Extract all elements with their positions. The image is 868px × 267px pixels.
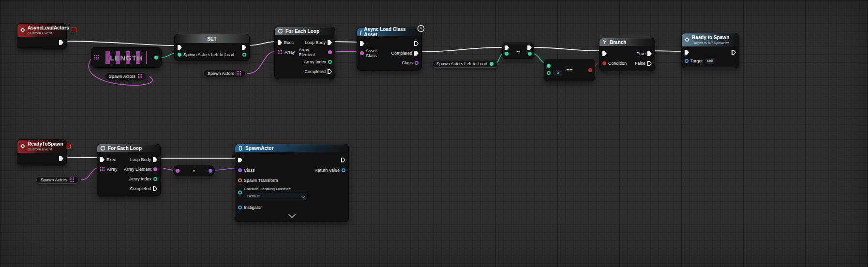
array-in-pin[interactable] (94, 55, 99, 60)
completed-out-pin[interactable] (153, 186, 157, 191)
delegate-pin[interactable] (72, 28, 76, 32)
conversion-dot-icon (193, 170, 195, 172)
array-out-pin[interactable] (138, 74, 143, 79)
node-equal-int[interactable]: == 0 (544, 59, 595, 81)
exec-in-pin[interactable] (238, 158, 242, 163)
collision-override-dropdown[interactable]: Default (244, 192, 308, 200)
exec-out-pin[interactable] (59, 156, 63, 161)
array-in-pin[interactable] (278, 50, 283, 55)
collision-override-in-pin[interactable] (238, 191, 242, 194)
node-title: Async Load Class Asset (364, 27, 419, 37)
node-async-load-class-asset[interactable]: f Async Load Class Asset Asset Class Com… (357, 28, 422, 71)
custom-event-icon (20, 28, 25, 32)
latent-clock-icon (417, 25, 425, 32)
node-set-spawn-actors-left[interactable]: SET Spawn Actors Left to Load (174, 34, 250, 61)
expand-node-chevron-icon[interactable] (288, 211, 296, 219)
wire-exec (333, 42, 358, 42)
object-in-pin[interactable] (176, 169, 180, 173)
node-foreach-loop-top[interactable]: For Each Loop Exec Loop Body Array Array… (274, 27, 335, 79)
variable-get-spawn-actors-left[interactable]: Spawn Actors Left to Load (432, 60, 498, 68)
int-in-pin-b[interactable] (547, 71, 551, 75)
node-ready-to-spawn-call[interactable]: Ready to Spawn Target is BP Spawner Targ… (681, 33, 739, 68)
pin-label: Exec (284, 40, 294, 45)
node-array-length[interactable]: LENGTH (91, 47, 162, 68)
exec-out-pin[interactable] (153, 157, 157, 162)
asset-class-in-pin[interactable] (360, 51, 364, 55)
index-out-pin[interactable] (328, 60, 332, 64)
pin-label: Array Element (299, 47, 326, 57)
node-header: SET (175, 34, 249, 43)
node-branch[interactable]: Branch True Condition False (599, 38, 655, 71)
int-out-pin[interactable] (528, 52, 532, 56)
condition-in-pin[interactable] (602, 61, 606, 65)
int-in-pin[interactable] (178, 53, 181, 57)
class-out-pin[interactable] (415, 61, 419, 65)
node-title: Branch (610, 40, 626, 45)
completed-out-pin[interactable] (414, 51, 419, 56)
int-out-pin[interactable] (154, 56, 158, 59)
element-out-pin[interactable] (153, 167, 157, 171)
true-out-pin[interactable] (647, 51, 652, 56)
wire-exec (63, 41, 175, 45)
false-out-pin[interactable] (647, 61, 652, 66)
exec-out-pin[interactable] (341, 158, 345, 163)
exec-in-pin[interactable] (178, 45, 182, 50)
node-ready-to-spawn-event[interactable]: ReadyToSpawn Custom Event (17, 139, 67, 165)
node-header: f Async Load Class Asset (357, 28, 421, 36)
exec-in-pin[interactable] (602, 51, 607, 56)
variable-get-spawn-actors[interactable]: Spawn Actors (203, 70, 246, 77)
int-in-pin-a[interactable] (547, 64, 551, 68)
node-subtitle: Custom Event (28, 147, 63, 151)
pin-label: Array (284, 50, 295, 55)
exec-in-pin[interactable] (278, 40, 282, 45)
class-out-pin[interactable] (209, 169, 212, 173)
spawn-transform-in-pin[interactable] (238, 178, 242, 182)
element-out-pin[interactable] (328, 50, 332, 54)
node-title: LENGTH (91, 54, 161, 62)
exec-out-pin[interactable] (732, 50, 736, 55)
variable-get-spawn-actors[interactable]: Spawn Actors (36, 176, 79, 184)
node-spawn-actor[interactable]: SpawnActor Class Return Value Spawn Tran… (235, 144, 349, 222)
int-out-pin[interactable] (490, 62, 494, 66)
instigator-in-pin[interactable] (238, 206, 242, 209)
delegate-pin[interactable] (66, 144, 71, 148)
int-out-pin[interactable] (242, 53, 246, 57)
variable-label: Spawn Actors Left to Load (436, 61, 487, 66)
return-value-out-pin[interactable] (342, 168, 345, 172)
variable-get-spawn-actors[interactable]: Spawn Actors (105, 73, 147, 80)
target-value-input[interactable]: self (704, 58, 715, 64)
exec-out-pin[interactable] (59, 40, 63, 45)
array-in-pin[interactable] (100, 167, 105, 172)
variable-label: Spawn Actors (41, 178, 67, 182)
node-foreach-loop-bottom[interactable]: For Each Loop Exec Loop Body Array Array… (97, 144, 161, 196)
bool-out-pin[interactable] (588, 68, 592, 72)
node-subtitle: Custom Event (28, 31, 69, 35)
default-value-input[interactable]: 0 (553, 70, 563, 76)
node-async-load-actors-event[interactable]: AsyncLoadActors Custom Event (17, 23, 67, 49)
wire-class (212, 168, 237, 170)
blueprint-graph-canvas[interactable]: AsyncLoadActors Custom Event LENGTH Spaw… (0, 0, 868, 267)
class-in-pin[interactable] (238, 168, 242, 172)
node-decrement-int[interactable]: -- (502, 43, 534, 59)
node-conversion[interactable] (173, 165, 215, 176)
completed-out-pin[interactable] (328, 69, 332, 74)
target-in-pin[interactable] (685, 59, 688, 63)
exec-out-pin[interactable] (242, 45, 246, 50)
array-out-pin[interactable] (70, 178, 75, 182)
pin-label: Collision Handling Override (244, 187, 308, 191)
exec-out-pin[interactable] (328, 40, 332, 45)
exec-out-pin[interactable] (414, 41, 419, 46)
exec-in-pin[interactable] (505, 45, 509, 50)
exec-out-pin[interactable] (527, 45, 532, 50)
exec-in-pin[interactable] (685, 50, 689, 55)
wire-exec (651, 51, 683, 51)
wire-exec (62, 157, 99, 158)
index-out-pin[interactable] (153, 177, 157, 181)
exec-in-pin[interactable] (100, 157, 105, 162)
int-in-pin[interactable] (505, 52, 509, 56)
array-out-pin[interactable] (237, 71, 241, 76)
exec-in-pin[interactable] (360, 41, 364, 46)
node-header: AsyncLoadActors Custom Event (17, 24, 66, 37)
pin-label: Class (244, 168, 255, 173)
function-icon: f (360, 30, 361, 35)
